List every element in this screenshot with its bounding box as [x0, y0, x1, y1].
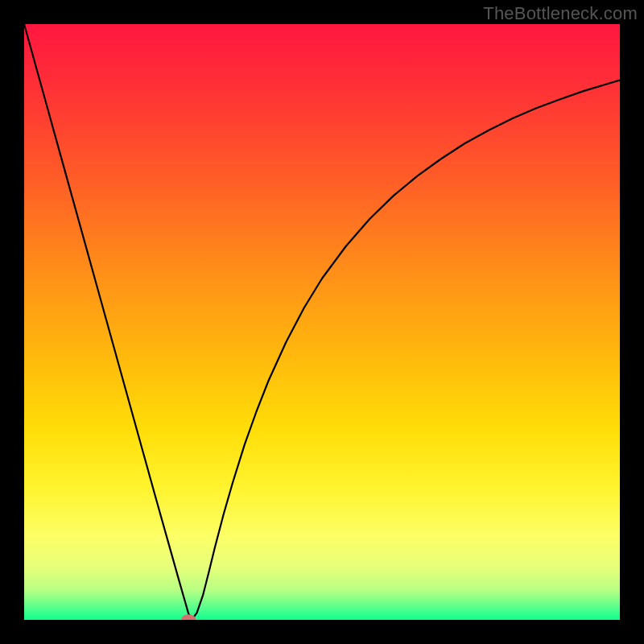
plot-area: [24, 24, 620, 620]
gradient-background: [24, 24, 620, 620]
chart-frame: TheBottleneck.com: [0, 0, 644, 644]
plot-svg: [24, 24, 620, 620]
watermark-text: TheBottleneck.com: [483, 3, 638, 24]
